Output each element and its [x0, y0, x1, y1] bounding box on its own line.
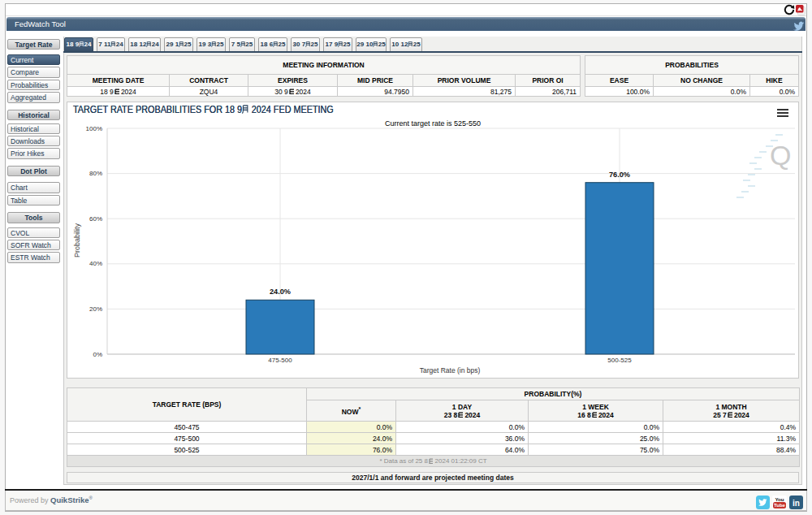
svg-text:Target Rate (in bps): Target Rate (in bps)	[420, 366, 481, 374]
svg-text:You: You	[775, 496, 784, 502]
svg-text:Probability: Probability	[73, 223, 81, 258]
svg-text:Tube: Tube	[774, 503, 786, 508]
svg-text:in: in	[793, 499, 800, 508]
svg-text:0%: 0%	[93, 351, 102, 358]
svg-text:475-500: 475-500	[268, 357, 292, 364]
svg-text:Current target rate is 525-550: Current target rate is 525-550	[385, 119, 481, 128]
svg-text:40%: 40%	[89, 260, 102, 267]
svg-text:60%: 60%	[89, 215, 102, 223]
svg-text:24.0%: 24.0%	[270, 288, 291, 296]
svg-text:500-525: 500-525	[607, 357, 632, 364]
svg-text:100%: 100%	[86, 125, 102, 132]
svg-text:76.0%: 76.0%	[609, 171, 630, 179]
svg-text:80%: 80%	[89, 170, 102, 177]
svg-text:Q: Q	[770, 140, 791, 171]
svg-text:20%: 20%	[89, 305, 102, 313]
